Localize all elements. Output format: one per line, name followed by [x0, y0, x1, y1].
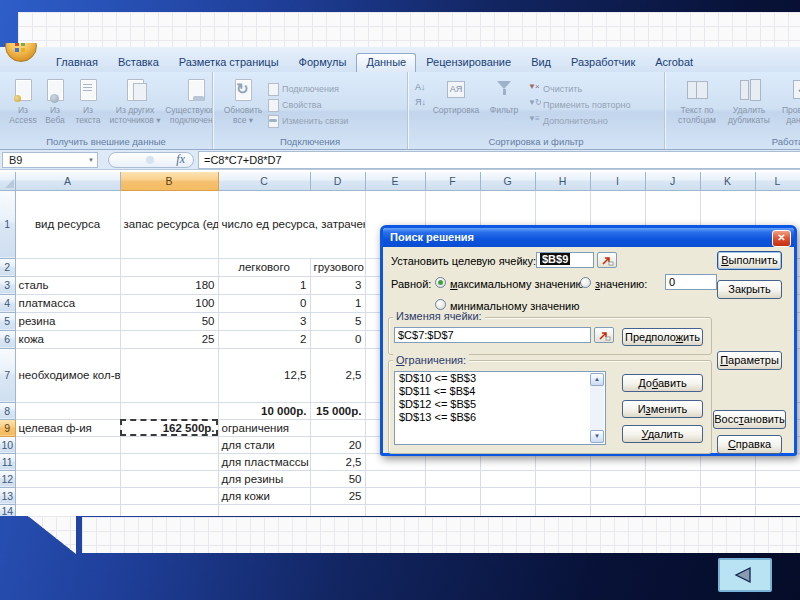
- ribbon-button-text-col[interactable]: Текст постолбцам: [671, 76, 723, 125]
- ribbon-button-doc-globe[interactable]: ИзВеба: [40, 76, 70, 125]
- constraint-item[interactable]: $D$12 <= $B$5: [395, 398, 605, 411]
- row-header-12[interactable]: 12: [0, 470, 15, 487]
- radio-max[interactable]: [435, 277, 446, 288]
- row-header-11[interactable]: 11: [0, 453, 15, 470]
- cell-C6[interactable]: 2: [218, 330, 310, 348]
- select-all-corner[interactable]: [0, 172, 15, 190]
- name-box-dropdown-icon[interactable]: ▼: [88, 157, 94, 163]
- constraints-list[interactable]: ▲ ▼ $D$10 <= $B$3$D$11 <= $B$4$D$12 <= $…: [394, 371, 606, 445]
- name-box[interactable]: B9 ▼: [2, 152, 98, 168]
- cell-B6[interactable]: 25: [120, 330, 218, 348]
- cell-C12[interactable]: для резины: [218, 470, 310, 487]
- row-header-13[interactable]: 13: [0, 487, 15, 504]
- cell-D6[interactable]: 0: [310, 330, 365, 348]
- cell-A12[interactable]: [15, 470, 120, 487]
- cell-C4[interactable]: 0: [218, 294, 310, 312]
- cell-D5[interactable]: 5: [310, 312, 365, 330]
- cell-B11[interactable]: [120, 453, 218, 470]
- cell-D3[interactable]: 3: [310, 276, 365, 294]
- row-header-10[interactable]: 10: [0, 436, 15, 453]
- ribbon-button-doc-key[interactable]: ИзAccess: [6, 76, 40, 125]
- cell-A10[interactable]: [15, 436, 120, 453]
- cell-C7[interactable]: 12,5: [218, 348, 310, 402]
- cell-B7[interactable]: [120, 348, 218, 402]
- cell-A1[interactable]: вид ресурса: [15, 190, 120, 258]
- constraint-item[interactable]: $D$13 <= $B$6: [395, 411, 605, 424]
- cell-C8[interactable]: 10 000р.: [218, 402, 310, 419]
- cell-C13[interactable]: для кожи: [218, 487, 310, 504]
- col-header-E[interactable]: E: [365, 172, 425, 190]
- cell-A13[interactable]: [15, 487, 120, 504]
- cell-D11[interactable]: 2,5: [310, 453, 365, 470]
- cell-B1[interactable]: запас ресурса (единиц ресурса): [120, 190, 218, 258]
- cell-C1[interactable]: число ед ресурса, затраченного на изгото…: [218, 190, 365, 258]
- cell-C11[interactable]: для пластмассы: [218, 453, 310, 470]
- tab-Acrobat[interactable]: Acrobat: [645, 53, 703, 72]
- ribbon-button-refresh[interactable]: Обновитьвсе ▾: [219, 76, 267, 125]
- tab-Разработчик[interactable]: Разработчик: [561, 53, 645, 72]
- value-input[interactable]: 0: [665, 274, 717, 290]
- range-select-icon[interactable]: [597, 252, 617, 268]
- cell-K13[interactable]: [700, 487, 755, 504]
- row-header-3[interactable]: 3: [0, 276, 15, 294]
- row-header-14[interactable]: 14: [0, 504, 15, 516]
- ribbon-button-funnel-x[interactable]: Очистить: [528, 81, 630, 97]
- target-cell-input[interactable]: $B$9: [536, 252, 594, 268]
- col-header-K[interactable]: K: [700, 172, 755, 190]
- cell-G13[interactable]: [480, 487, 535, 504]
- scroll-down-icon[interactable]: ▼: [590, 430, 604, 443]
- cell-F12[interactable]: [425, 470, 480, 487]
- cell-A6[interactable]: кожа: [15, 330, 120, 348]
- cell-A14[interactable]: [15, 504, 120, 516]
- col-header-A[interactable]: A: [15, 172, 120, 190]
- row-header-9[interactable]: 9: [0, 419, 15, 436]
- formula-input[interactable]: =C8*C7+D8*D7: [198, 151, 800, 169]
- cell-B4[interactable]: 100: [120, 294, 218, 312]
- row-header-2[interactable]: 2: [0, 258, 15, 276]
- row-header-7[interactable]: 7: [0, 348, 15, 402]
- cell-B12[interactable]: [120, 470, 218, 487]
- col-header-D[interactable]: D: [310, 172, 365, 190]
- cell-A7[interactable]: необходимое кол-во автомобилей: [15, 348, 120, 402]
- delete-button[interactable]: Удалить: [622, 425, 703, 443]
- tab-Главная[interactable]: Главная: [46, 53, 108, 72]
- changing-cells-input[interactable]: $C$7:$D$7: [394, 327, 591, 343]
- cell-D10[interactable]: 20: [310, 436, 365, 453]
- tab-Вставка[interactable]: Вставка: [108, 53, 169, 72]
- cell-I13[interactable]: [590, 487, 645, 504]
- ribbon-button-doc-text[interactable]: Изтекста: [70, 76, 106, 125]
- constraint-item[interactable]: $D$11 <= $B$4: [395, 385, 605, 398]
- cell-L14[interactable]: [755, 504, 800, 516]
- cell-I14[interactable]: [590, 504, 645, 516]
- ribbon-button-doc-multi[interactable]: Из другихисточников ▾: [106, 76, 164, 125]
- cell-A8[interactable]: [15, 402, 120, 419]
- constraint-item[interactable]: $D$10 <= $B$3: [395, 372, 605, 385]
- cell-D2[interactable]: грузового: [310, 258, 365, 276]
- cell-H14[interactable]: [535, 504, 590, 516]
- cell-G12[interactable]: [480, 470, 535, 487]
- cell-C9[interactable]: ограничения: [218, 419, 310, 436]
- cell-D9[interactable]: [310, 419, 365, 436]
- cell-L13[interactable]: [755, 487, 800, 504]
- ribbon-button-sheet[interactable]: Подключения: [267, 81, 348, 97]
- cell-C3[interactable]: 1: [218, 276, 310, 294]
- scrollbar[interactable]: ▲ ▼: [590, 373, 604, 443]
- tab-Данные[interactable]: Данные: [356, 53, 416, 72]
- tab-Формулы[interactable]: Формулы: [289, 53, 357, 72]
- radio-min[interactable]: [435, 299, 446, 310]
- cell-A2[interactable]: [15, 258, 120, 276]
- range-select-icon[interactable]: [594, 327, 614, 343]
- tab-Вид[interactable]: Вид: [521, 53, 561, 72]
- col-header-F[interactable]: F: [425, 172, 480, 190]
- col-header-B[interactable]: B: [120, 172, 218, 190]
- row-header-6[interactable]: 6: [0, 330, 15, 348]
- ribbon-button-valid[interactable]: Проверкаданных: [775, 76, 800, 125]
- help-button[interactable]: Справка: [717, 435, 782, 454]
- cell-B13[interactable]: [120, 487, 218, 504]
- cell-A5[interactable]: резина: [15, 312, 120, 330]
- change-button[interactable]: Изменить: [622, 400, 703, 418]
- cell-C14[interactable]: [218, 504, 310, 516]
- cell-D14[interactable]: [310, 504, 365, 516]
- col-header-L[interactable]: L: [755, 172, 800, 190]
- guess-button[interactable]: Предположить: [622, 328, 703, 346]
